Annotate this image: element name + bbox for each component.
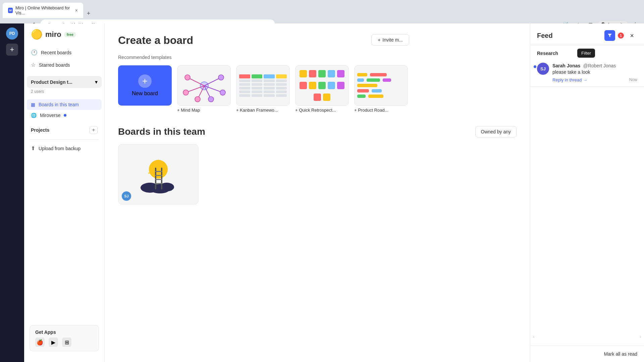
projects-add-button[interactable]: +	[90, 126, 98, 134]
sidebar-divider	[30, 139, 99, 140]
svg-point-8	[220, 90, 225, 95]
create-button[interactable]: +	[6, 44, 18, 56]
svg-rect-18	[161, 168, 162, 189]
windows-app-icon[interactable]: ⊞	[62, 338, 71, 347]
templates-row: + New board	[118, 65, 517, 113]
svg-point-6	[183, 90, 189, 95]
svg-text:✦: ✦	[152, 169, 155, 172]
projects-section: Projects +	[24, 121, 104, 137]
miroverse-icon: 🌐	[31, 113, 37, 118]
browser-chrome: M Miro | Online Whiteboard for Vis... × …	[0, 0, 644, 23]
chevron-down-icon: ▾	[95, 79, 98, 85]
template-new-board: + New board	[118, 65, 172, 113]
roadmap-label: + Product Road...	[354, 108, 408, 113]
svg-rect-20	[155, 175, 162, 176]
app-container: PD + 🟡 miro free 🕐 Recent boards ☆ Starr…	[0, 23, 644, 362]
sidebar-nav: 🕐 Recent boards ☆ Starred boards	[24, 47, 104, 71]
apple-app-icon[interactable]: 🍎	[35, 338, 45, 347]
sidebar-nav-bottom: ⬆ Upload from backup	[24, 142, 104, 154]
unread-dot	[534, 65, 536, 68]
feed-title: Feed	[537, 32, 553, 40]
upload-label: Upload from backup	[39, 146, 80, 151]
svg-text:✦: ✦	[148, 171, 150, 175]
svg-rect-21	[155, 179, 162, 180]
team-dropdown[interactable]: Product Design t... ▾	[27, 76, 102, 88]
svg-point-12	[208, 97, 214, 102]
feed-item-avatar: SJ	[537, 63, 549, 75]
boards-in-team-label: Boards in this team	[39, 102, 79, 107]
app-icons: 🍎 ▶ ⊞	[35, 338, 93, 347]
template-card-roadmap: + Product Road...	[354, 65, 408, 113]
mind-map-visual	[177, 66, 231, 106]
recent-boards-label: Recent boards	[41, 50, 71, 55]
plus-icon: +	[378, 37, 380, 43]
feed-panel: Feed Filter 1 × Research SJ	[530, 23, 644, 362]
android-app-icon[interactable]: ▶	[49, 338, 58, 347]
mark-all-read-button[interactable]: Mark all as read	[604, 351, 637, 357]
free-badge: free	[64, 32, 76, 37]
sidebar-item-upload[interactable]: ⬆ Upload from backup	[27, 142, 102, 154]
template-card-kanban: + Kanban Framewo...	[236, 65, 290, 113]
feed-expand-right[interactable]: ›	[637, 331, 644, 342]
feed-timestamp: Now	[629, 77, 637, 82]
feed-collapse-left[interactable]: ‹	[530, 331, 537, 342]
mind-map-thumb[interactable]	[177, 65, 231, 106]
left-rail: PD +	[0, 23, 24, 362]
reply-in-thread-link[interactable]: Reply in thread →	[552, 77, 587, 82]
svg-point-2	[185, 75, 190, 80]
kanban-thumb[interactable]	[236, 65, 290, 106]
owned-by-button[interactable]: Owned by any	[475, 126, 517, 137]
kanban-visual	[236, 66, 289, 105]
feed-close-button[interactable]: ×	[627, 30, 637, 41]
feed-header: Feed Filter 1 ×	[530, 23, 644, 45]
create-board-heading: Create a board	[118, 34, 517, 47]
main-content: + Invite m... Create a board Recommended…	[105, 23, 530, 362]
retro-thumb[interactable]	[295, 65, 349, 106]
feed-item-text: please take a look	[552, 69, 637, 75]
miroverse-notification-dot	[64, 114, 66, 117]
feed-item: SJ Sarah Jonas @Robert Jonas please take…	[530, 59, 644, 87]
feed-item-author: Sarah Jonas	[552, 63, 580, 68]
svg-point-4	[218, 75, 224, 80]
recommended-templates-label: Recommended templates	[118, 55, 517, 60]
starred-boards-label: Starred boards	[39, 62, 70, 68]
boards-section-heading: Boards in this team Owned by any	[118, 126, 517, 137]
miro-logo: 🟡 miro free	[24, 29, 104, 47]
boards-heading-text: Boards in this team	[118, 126, 205, 137]
new-board-button[interactable]: + New board	[118, 65, 172, 106]
board-card-avatar: SJ	[122, 191, 131, 201]
board-card[interactable]: ✦ ✦ SJ	[118, 144, 199, 204]
team-section: Product Design t... ▾ 2 users	[24, 71, 104, 97]
feed-item-header: Sarah Jonas @Robert Jonas	[552, 63, 637, 69]
roadmap-thumb[interactable]	[354, 65, 408, 106]
sidebar-item-boards-in-team[interactable]: ▦ Boards in this team	[27, 99, 102, 110]
retro-visual	[296, 66, 348, 105]
tab-title: Miro | Online Whiteboard for Vis...	[15, 5, 72, 15]
template-card-retro: + Quick Retrospect...	[295, 65, 349, 113]
projects-label: Projects	[31, 127, 49, 133]
retro-label: + Quick Retrospect...	[295, 108, 349, 113]
get-apps-card: Get Apps 🍎 ▶ ⊞	[30, 325, 99, 351]
feed-item-mention: @Robert Jonas	[583, 63, 616, 68]
sidebar-item-starred-boards[interactable]: ☆ Starred boards	[27, 59, 102, 71]
filter-icon	[607, 33, 612, 38]
team-nav: ▦ Boards in this team	[24, 99, 104, 110]
sidebar-item-miroverse[interactable]: 🌐 Miroverse	[24, 110, 104, 121]
sidebar-bottom: Get Apps 🍎 ▶ ⊞	[24, 320, 104, 357]
new-tab-button[interactable]: +	[84, 9, 93, 18]
roadmap-visual	[355, 66, 408, 105]
invite-label: Invite m...	[382, 37, 403, 43]
feed-filter-button[interactable]	[604, 30, 615, 41]
active-tab[interactable]: M Miro | Online Whiteboard for Vis... ×	[3, 3, 83, 18]
sidebar-item-recent-boards[interactable]: 🕐 Recent boards	[27, 47, 102, 58]
user-avatar[interactable]: PD	[6, 27, 18, 40]
team-name: Product Design t...	[31, 79, 72, 85]
logo-text: miro	[45, 30, 61, 39]
sidebar: 🟡 miro free 🕐 Recent boards ☆ Starred bo…	[24, 23, 105, 362]
browser-tabs: M Miro | Online Whiteboard for Vis... × …	[0, 0, 644, 18]
team-users: 2 users	[27, 89, 102, 94]
tab-close-btn[interactable]: ×	[75, 8, 78, 13]
get-apps-title: Get Apps	[35, 329, 93, 335]
feed-header-actions: Filter 1 ×	[604, 30, 637, 41]
invite-button[interactable]: + Invite m...	[371, 34, 409, 46]
